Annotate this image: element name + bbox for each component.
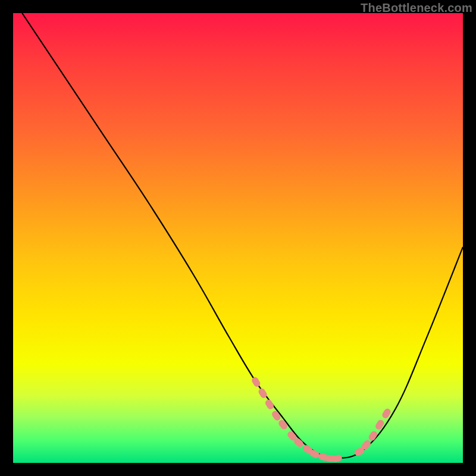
highlight-dot — [293, 437, 305, 448]
highlight-dot — [325, 455, 336, 462]
highlight-dot — [361, 439, 372, 451]
highlight-dot — [331, 454, 343, 463]
highlight-dot — [308, 449, 320, 459]
highlight-dot — [277, 419, 289, 431]
highlight-dot — [250, 376, 261, 388]
highlight-dot — [257, 387, 268, 399]
curve-line — [22, 13, 463, 459]
highlight-dot — [286, 430, 298, 442]
highlight-dot — [374, 419, 385, 431]
highlight-dot — [381, 408, 392, 419]
highlight-dot — [271, 409, 282, 421]
chart-stage: TheBottleneck.com — [0, 0, 476, 476]
highlight-dot — [302, 444, 314, 455]
curve-svg — [13, 13, 463, 463]
highlight-dots — [250, 376, 392, 463]
highlight-dot — [353, 447, 365, 457]
plot-area — [13, 13, 463, 463]
highlight-dot — [368, 430, 379, 442]
bottleneck-curve — [22, 13, 463, 459]
highlight-dot — [264, 399, 275, 411]
highlight-dot — [318, 453, 329, 462]
